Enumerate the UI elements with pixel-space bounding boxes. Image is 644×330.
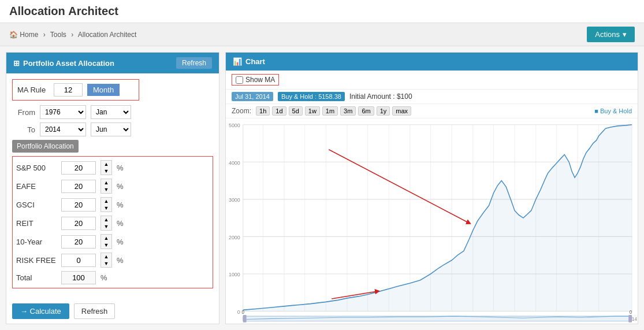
zoom-1d[interactable]: 1d bbox=[272, 106, 286, 116]
stepper-up-4[interactable]: ▲ bbox=[101, 235, 111, 242]
stepper-up-1[interactable]: ▲ bbox=[101, 179, 111, 186]
ma-rule-label: MA Rule bbox=[17, 86, 49, 94]
alloc-label-1: EAFE bbox=[16, 182, 57, 191]
calculate-button[interactable]: → Calculate bbox=[12, 303, 69, 319]
buy-hold-badge: Buy & Hold : 5158.38 bbox=[278, 92, 345, 101]
to-month-select[interactable]: Jun bbox=[91, 123, 131, 136]
breadcrumb-bar: 🏠 Home › Tools › Allocation Architect Ac… bbox=[0, 23, 644, 46]
stepper-2[interactable]: ▲ ▼ bbox=[100, 197, 112, 212]
alloc-input-4[interactable] bbox=[61, 235, 96, 249]
show-ma-label[interactable]: Show MA bbox=[232, 74, 279, 86]
alloc-input-0[interactable] bbox=[61, 161, 96, 175]
svg-text:0: 0 bbox=[242, 310, 245, 315]
alloc-label-0: S&P 500 bbox=[16, 164, 57, 172]
month-button[interactable]: Month bbox=[87, 84, 120, 96]
chart-info-bar: Jul 31, 2014 Buy & Hold : 5158.38 Initia… bbox=[226, 90, 638, 104]
alloc-input-3[interactable] bbox=[61, 217, 96, 230]
stepper-4[interactable]: ▲ ▼ bbox=[100, 234, 112, 249]
from-month-select[interactable]: Jan bbox=[91, 105, 131, 119]
zoom-1y[interactable]: 1y bbox=[377, 106, 390, 116]
alloc-row: REIT ▲ ▼ % bbox=[16, 216, 209, 231]
title-bar: Allocation Architect bbox=[0, 0, 644, 23]
svg-text:1980: 1980 bbox=[267, 322, 276, 324]
zoom-1w[interactable]: 1w bbox=[305, 106, 320, 116]
chart-svg: 5000 4000 3000 2000 1000 0 bbox=[226, 118, 638, 324]
chart-controls: Show MA bbox=[226, 71, 638, 90]
breadcrumb-home[interactable]: Home bbox=[20, 31, 38, 39]
from-label: From bbox=[12, 108, 35, 117]
ma-rule-row: MA Rule Month bbox=[12, 79, 139, 101]
svg-text:1000: 1000 bbox=[229, 272, 240, 277]
total-pct: % bbox=[100, 273, 107, 282]
refresh-button-bottom[interactable]: Refresh bbox=[74, 303, 116, 319]
svg-text:1990: 1990 bbox=[416, 322, 425, 324]
svg-text:2000: 2000 bbox=[229, 234, 240, 240]
pct-label-2: % bbox=[117, 201, 124, 209]
main-content: ⊞ Portfolio Asset Allocation Refresh MA … bbox=[0, 46, 644, 330]
app-title: Allocation Architect bbox=[9, 5, 118, 18]
stepper-down-2[interactable]: ▼ bbox=[101, 205, 111, 212]
pct-label-4: % bbox=[117, 238, 124, 246]
stepper-up-0[interactable]: ▲ bbox=[101, 161, 111, 168]
zoom-5d[interactable]: 5d bbox=[289, 106, 303, 116]
right-panel: 📊 Chart Show MA Jul 31, 2014 Buy & Hold … bbox=[225, 52, 638, 324]
total-input bbox=[61, 271, 96, 284]
stepper-0[interactable]: ▲ ▼ bbox=[100, 160, 112, 175]
alloc-input-5[interactable] bbox=[61, 254, 96, 267]
svg-text:0: 0 bbox=[237, 309, 240, 314]
to-label: To bbox=[12, 125, 35, 134]
svg-line-51 bbox=[329, 150, 469, 223]
stepper-down-4[interactable]: ▼ bbox=[101, 242, 111, 249]
zoom-1h[interactable]: 1h bbox=[256, 106, 270, 116]
stepper-1[interactable]: ▲ ▼ bbox=[100, 179, 112, 194]
svg-text:3000: 3000 bbox=[229, 197, 240, 203]
chevron-down-icon: ▾ bbox=[623, 30, 627, 39]
zoom-max[interactable]: max bbox=[392, 106, 411, 116]
alloc-row: EAFE ▲ ▼ % bbox=[16, 179, 209, 194]
svg-text:2010: 2010 bbox=[619, 322, 628, 324]
panel-footer: → Calculate Refresh bbox=[6, 299, 219, 324]
stepper-up-2[interactable]: ▲ bbox=[101, 198, 111, 205]
zoom-6m[interactable]: 6m bbox=[358, 106, 374, 116]
stepper-up-3[interactable]: ▲ bbox=[101, 216, 111, 223]
stepper-down-1[interactable]: ▼ bbox=[101, 186, 111, 193]
zoom-label: Zoom: bbox=[232, 107, 251, 115]
stepper-down-3[interactable]: ▼ bbox=[101, 223, 111, 230]
breadcrumb-tools[interactable]: Tools bbox=[50, 31, 66, 39]
pct-label-1: % bbox=[117, 182, 124, 191]
legend-buy-hold: ■ Buy & Hold bbox=[594, 107, 632, 114]
zoom-1m[interactable]: 1m bbox=[322, 106, 338, 116]
zoom-3m[interactable]: 3m bbox=[340, 106, 356, 116]
allocation-table: S&P 500 ▲ ▼ % EAFE ▲ ▼ % GSCI ▲ ▼ % RE bbox=[12, 156, 213, 288]
stepper-3[interactable]: ▲ ▼ bbox=[100, 216, 112, 231]
ma-rule-input[interactable] bbox=[54, 83, 83, 97]
alloc-label-3: REIT bbox=[16, 219, 57, 228]
left-panel-body: MA Rule Month From 1976 Jan To 2014 bbox=[6, 73, 219, 299]
grid-icon: ⊞ bbox=[13, 59, 20, 68]
alloc-row: RISK FREE ▲ ▼ % bbox=[16, 253, 209, 268]
breadcrumb-icon: 🏠 bbox=[9, 31, 18, 39]
actions-button[interactable]: Actions ▾ bbox=[587, 27, 635, 42]
alloc-row: GSCI ▲ ▼ % bbox=[16, 197, 209, 212]
alloc-label-2: GSCI bbox=[16, 201, 57, 209]
breadcrumb-current: Allocation Architect bbox=[78, 31, 136, 39]
alloc-input-2[interactable] bbox=[61, 198, 96, 212]
show-ma-checkbox[interactable] bbox=[236, 76, 243, 84]
stepper-down-0[interactable]: ▼ bbox=[101, 168, 111, 175]
alloc-input-1[interactable] bbox=[61, 180, 96, 193]
pct-label-3: % bbox=[117, 219, 124, 228]
stepper-down-5[interactable]: ▼ bbox=[101, 260, 111, 267]
stepper-5[interactable]: ▲ ▼ bbox=[100, 253, 112, 268]
total-label: Total bbox=[16, 273, 57, 282]
svg-text:5000: 5000 bbox=[229, 123, 240, 128]
to-year-select[interactable]: 2014 bbox=[40, 123, 86, 136]
refresh-button-top[interactable]: Refresh bbox=[176, 57, 212, 69]
from-year-select[interactable]: 1976 bbox=[40, 105, 86, 119]
pct-label-5: % bbox=[117, 256, 124, 265]
svg-text:2005: 2005 bbox=[593, 322, 602, 324]
date-badge: Jul 31, 2014 bbox=[232, 92, 273, 101]
svg-text:1995: 1995 bbox=[490, 322, 499, 324]
svg-rect-57 bbox=[628, 315, 632, 322]
stepper-up-5[interactable]: ▲ bbox=[101, 253, 111, 260]
svg-text:0: 0 bbox=[630, 310, 632, 315]
